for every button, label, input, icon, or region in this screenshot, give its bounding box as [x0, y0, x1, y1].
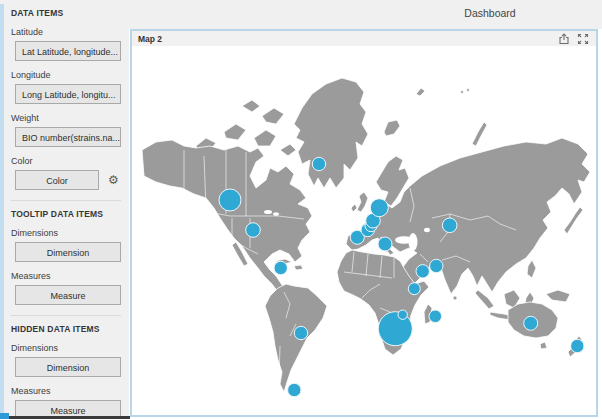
map-bubble-italy[interactable] — [378, 237, 392, 251]
divider — [11, 315, 121, 316]
map-bubble-canada[interactable] — [219, 189, 241, 211]
map-bubble-new-zealand[interactable] — [571, 339, 584, 352]
latitude-field-button[interactable]: Lat Latitude, longitude... — [15, 41, 121, 61]
map-bubble-uruguay[interactable] — [294, 326, 307, 339]
map-bubble-kazakhstan[interactable] — [442, 218, 457, 233]
color-label: Color — [11, 156, 123, 166]
latitude-label: Latitude — [11, 27, 123, 37]
map-canvas[interactable] — [132, 46, 596, 415]
map-bubble-australia[interactable] — [524, 316, 538, 330]
map-panel-header[interactable]: Map 2 — [132, 31, 596, 46]
longitude-field-button[interactable]: Long Latitude, longitu... — [15, 84, 121, 104]
tooltip-measure-button[interactable]: Measure — [15, 285, 121, 305]
dashboard-header: Dashboard — [129, 0, 602, 29]
weight-label: Weight — [11, 113, 123, 123]
map-bubble-pakistan-coast[interactable] — [430, 259, 443, 272]
scroll-corner-indicator — [0, 413, 9, 419]
tooltip-dimensions-label: Dimensions — [11, 228, 123, 238]
maximize-icon[interactable] — [577, 33, 589, 45]
color-button[interactable]: Color — [15, 170, 99, 190]
section-hidden-data-items: HIDDEN DATA ITEMS — [11, 324, 123, 334]
map-bubble-denmark[interactable] — [370, 199, 388, 217]
map-bubble-gulf-of-aden[interactable] — [416, 265, 429, 278]
longitude-label: Longitude — [11, 70, 123, 80]
hidden-measures-label: Measures — [11, 386, 123, 396]
map-bubble-greenland[interactable] — [312, 157, 325, 170]
section-tooltip-data-items: TOOLTIP DATA ITEMS — [11, 209, 123, 219]
options-sidebar: DATA ITEMS Latitude Lat Latitude, longit… — [0, 0, 129, 419]
map-bubble-caribbean[interactable] — [274, 261, 287, 274]
dashboard-title: Dashboard — [435, 7, 545, 19]
map-panel[interactable]: Map 2 — [130, 29, 598, 417]
map-panel-title: Map 2 — [132, 34, 162, 44]
world-map — [132, 46, 596, 415]
section-data-items: DATA ITEMS — [11, 8, 123, 18]
dashboard-designer: DATA ITEMS Latitude Lat Latitude, longit… — [0, 0, 602, 419]
map-bubble-africa-overlap[interactable] — [398, 310, 407, 319]
hidden-dimensions-label: Dimensions — [11, 343, 123, 353]
gear-icon[interactable]: ⚙ — [108, 170, 119, 190]
map-bubble-south-atlantic[interactable] — [288, 383, 301, 396]
map-bubble-indian-ocean[interactable] — [429, 310, 442, 323]
export-icon[interactable] — [558, 33, 570, 45]
divider — [11, 200, 121, 201]
map-bubble-usa[interactable] — [246, 223, 261, 238]
map-bubble-kenya[interactable] — [408, 283, 420, 295]
hidden-dimension-button[interactable]: Dimension — [15, 357, 121, 377]
weight-field-button[interactable]: BIO number(strains.na... — [15, 127, 121, 147]
tooltip-dimension-button[interactable]: Dimension — [15, 242, 121, 262]
tooltip-measures-label: Measures — [11, 271, 123, 281]
